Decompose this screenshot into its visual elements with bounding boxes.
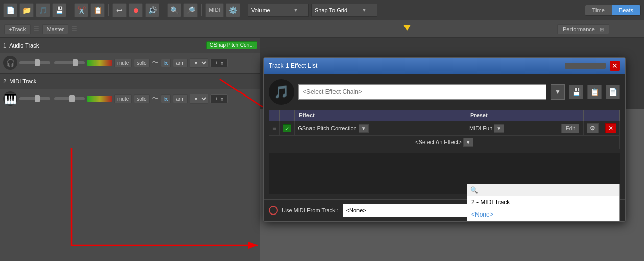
sep4 <box>201 4 202 16</box>
track-1-number: 1 <box>3 42 6 49</box>
track-1-fx-button[interactable]: fx <box>161 59 171 67</box>
midi-option-1[interactable]: 2 - MIDI Track <box>467 196 619 208</box>
search-icon[interactable]: 🔍 <box>167 3 181 17</box>
edit-cell: Edit <box>558 121 584 136</box>
record-icon[interactable]: ⏺ <box>129 3 143 17</box>
track-1-volume-slider[interactable] <box>19 61 50 64</box>
effect-chain-save-button[interactable]: 💾 <box>569 85 583 99</box>
effect-chain-dropdown-button[interactable]: ▼ <box>551 84 565 100</box>
beats-button[interactable]: Beats <box>612 5 640 15</box>
time-button[interactable]: Time <box>585 5 612 15</box>
undo-icon[interactable]: ↩ <box>112 3 127 17</box>
col-preset: Preset <box>466 110 558 121</box>
track-2-mute-button[interactable]: mute <box>114 94 132 103</box>
track-row-2: 2 MIDI Track 🎹 mute solo 〜 fx arm ▼ + fx <box>0 74 260 109</box>
new-file-icon[interactable]: 📄 <box>3 3 17 17</box>
settings-icon[interactable]: ⚙️ <box>226 3 240 17</box>
track-1-fx-label[interactable]: GSnap Pitch Corr... <box>206 41 257 49</box>
col-check <box>280 110 295 121</box>
search2-icon[interactable]: 🔎 <box>183 3 198 17</box>
track-1-meter <box>87 60 112 66</box>
track-1-plus-fx-button[interactable]: + fx <box>210 59 228 67</box>
effect-1-delete-button[interactable]: ✕ <box>605 123 616 133</box>
track-1-pan-slider[interactable] <box>54 61 85 64</box>
track-1-mute-button[interactable]: mute <box>114 59 132 67</box>
midi-search-row: 🔍 <box>467 184 619 196</box>
midi-dropdown-popup: 🔍 2 - MIDI Track <None> <box>467 184 620 221</box>
midi-search-input[interactable] <box>480 186 616 194</box>
track-2-pan-thumb <box>69 95 75 102</box>
second-row: +Track ☰ Master ☰ Performance ⊞ <box>0 20 644 38</box>
check-cell[interactable] <box>280 121 295 136</box>
track-1-solo-button[interactable]: solo <box>134 59 149 67</box>
track-2-number: 2 <box>3 78 6 84</box>
track-1-name: Audio Track <box>9 42 206 49</box>
effect-chain-new-button[interactable]: 📄 <box>606 85 620 99</box>
select-effect-dropdown-button[interactable]: ▼ <box>463 138 473 147</box>
col-edit <box>558 110 584 121</box>
effect-1-name: GSnap Pitch Correction <box>298 125 357 131</box>
volume-dropdown[interactable]: Volume ▼ <box>248 4 309 17</box>
add-track-button[interactable]: +Track <box>4 24 31 34</box>
midi-icon[interactable]: MIDI <box>205 3 224 17</box>
track-1-header: 1 Audio Track GSnap Pitch Corr... <box>0 38 260 53</box>
tracks-area: 1 Audio Track GSnap Pitch Corr... 🎧 mute… <box>0 38 260 261</box>
dialog-titlebar: Track 1 Effect List ✕ <box>264 58 625 74</box>
dialog-close-button[interactable]: ✕ <box>610 61 620 71</box>
track-2-controls: 🎹 mute solo 〜 fx arm ▼ + fx <box>0 89 260 109</box>
gear-cell: ⚙ <box>584 121 602 136</box>
effect-row-select: <Select An Effect> ▼ <box>269 136 620 149</box>
copy-icon[interactable]: 📋 <box>90 3 105 17</box>
effect-1-preset-dropdown-button[interactable]: ▼ <box>494 124 504 133</box>
track-1-wave-icon[interactable]: 〜 <box>152 58 159 67</box>
effect-chain-row: 🎵 ▼ 💾 📋 📄 <box>269 79 620 105</box>
track-1-controls: 🎧 mute solo 〜 fx arm ▼ + fx <box>0 53 260 73</box>
plugin-icon: 🎵 <box>269 79 294 105</box>
speaker-icon[interactable]: 🔊 <box>145 3 159 17</box>
track-2-volume-thumb <box>35 95 40 102</box>
midi-from-label: Use MIDI From Track : <box>282 207 339 213</box>
midi-option-none[interactable]: <None> <box>467 208 619 221</box>
cut-icon[interactable]: ✂️ <box>74 3 88 17</box>
col-drag <box>269 110 280 121</box>
track-2-meter <box>87 96 112 102</box>
effect-1-gear-button[interactable]: ⚙ <box>587 123 599 133</box>
track-2-midi-icon: 🎹 <box>3 91 17 106</box>
effect-name-cell: GSnap Pitch Correction ▼ <box>295 121 466 136</box>
effect-1-dropdown-button[interactable]: ▼ <box>359 124 369 133</box>
track-1-arm-dropdown[interactable]: ▼ <box>190 58 208 68</box>
col-del <box>602 110 620 121</box>
select-effect-label: <Select An Effect> <box>415 139 461 145</box>
effect-1-edit-button[interactable]: Edit <box>561 124 579 133</box>
master-button[interactable]: Master <box>42 24 69 34</box>
open-icon[interactable]: 📁 <box>19 3 34 17</box>
delete-cell: ✕ <box>602 121 620 136</box>
track-sep-icon: ☰ <box>34 26 39 33</box>
track-1-pan-thumb <box>73 59 78 66</box>
save-icon[interactable]: 💾 <box>52 3 66 17</box>
music-icon[interactable]: 🎵 <box>36 3 50 17</box>
drag-handle-icon[interactable]: ≡ <box>272 124 276 132</box>
track-1-arm-button[interactable]: arm <box>173 59 187 67</box>
track-2-wave-icon[interactable]: 〜 <box>152 94 159 103</box>
track-2-name: MIDI Track <box>9 78 257 84</box>
sep1 <box>70 4 70 16</box>
track-2-pan-slider[interactable] <box>54 97 85 100</box>
sep3 <box>163 4 163 16</box>
track-2-solo-button[interactable]: solo <box>134 94 149 103</box>
snap-to-grid-dropdown[interactable]: Snap To Grid ▼ <box>311 4 377 17</box>
track-2-arm-button[interactable]: arm <box>173 94 187 103</box>
track-2-header: 2 MIDI Track <box>0 74 260 89</box>
effect-chain-input[interactable] <box>298 84 546 100</box>
track-2-plus-fx-button[interactable]: + fx <box>210 94 228 103</box>
select-effect-cell: <Select An Effect> ▼ <box>269 136 620 149</box>
track-2-arm-dropdown[interactable]: ▼ <box>190 94 208 104</box>
track-2-volume-slider[interactable] <box>19 97 50 100</box>
col-gear <box>584 110 602 121</box>
performance-button[interactable]: Performance ⊞ <box>557 24 609 34</box>
col-effect: Effect <box>295 110 466 121</box>
track-2-fx-button[interactable]: fx <box>161 94 171 103</box>
drag-handle-cell: ≡ <box>269 121 280 136</box>
effect-chain-copy-button[interactable]: 📋 <box>587 85 602 99</box>
effect-1-checkbox[interactable] <box>283 124 291 132</box>
